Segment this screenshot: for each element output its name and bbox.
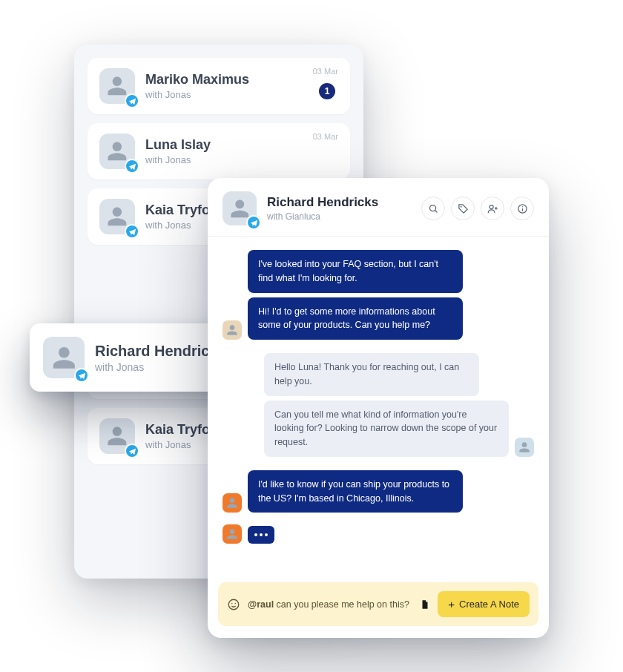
message-avatar (222, 493, 242, 513)
telegram-icon (125, 224, 139, 239)
message-bubble-outgoing: Can you tell me what kind of information… (264, 401, 509, 457)
message-avatar (515, 438, 534, 457)
tag-icon (458, 203, 469, 214)
message-bubble-incoming: I'd like to know if you can ship your pr… (248, 470, 463, 513)
search-button[interactable] (421, 197, 445, 220)
chat-body: I've looked into your FAQ section, but I… (208, 237, 549, 573)
conversation-date: 03 Mar (313, 132, 338, 141)
avatar (99, 134, 135, 169)
chat-actions (421, 197, 534, 220)
message-bubble-incoming: Hi! I'd to get some more informations ab… (248, 297, 463, 340)
info-button[interactable] (510, 197, 534, 220)
message-avatar (222, 524, 242, 544)
conversation-sub: with Jonas (145, 89, 338, 100)
telegram-icon (74, 368, 89, 383)
svg-point-2 (460, 205, 461, 207)
info-icon (517, 203, 528, 214)
telegram-icon (125, 93, 139, 108)
conversation-name: Luna Islay (145, 137, 338, 153)
chat-header: Richard Hendricks with Gianluca (208, 178, 549, 237)
plus-icon: + (448, 599, 455, 610)
avatar (43, 337, 85, 378)
chat-panel: Richard Hendricks with Gianluca I've loo… (208, 178, 549, 638)
message-bubble-outgoing: Hello Luna! Thank you for reaching out, … (264, 353, 479, 396)
search-icon (428, 203, 439, 214)
tag-button[interactable] (451, 197, 475, 220)
svg-point-8 (521, 206, 522, 207)
emoji-icon[interactable] (227, 598, 240, 611)
unread-badge: 1 (319, 83, 335, 99)
avatar (99, 418, 135, 454)
message-row-incoming: I'd like to know if you can ship your pr… (222, 470, 534, 513)
chat-assignee: with Gianluca (267, 211, 411, 222)
svg-point-11 (235, 602, 237, 604)
svg-point-0 (429, 205, 435, 211)
avatar (222, 191, 257, 225)
message-row-outgoing: Hello Luna! Thank you for reaching out, … (222, 353, 534, 457)
svg-line-1 (435, 210, 437, 212)
typing-indicator (248, 526, 274, 544)
add-user-button[interactable] (481, 197, 504, 220)
avatar (99, 68, 135, 104)
conversation-date: 03 Mar (313, 67, 338, 76)
conversation-sub: with Jonas (145, 154, 338, 165)
message-row-typing (222, 524, 534, 544)
conversation-name: Mariko Maximus (145, 72, 338, 88)
user-plus-icon (487, 203, 498, 214)
message-bubble-incoming: I've looked into your FAQ section, but I… (248, 250, 463, 293)
telegram-icon (125, 159, 139, 174)
message-row-incoming: I've looked into your FAQ section, but I… (222, 250, 534, 340)
create-note-button[interactable]: + Create A Note (438, 591, 530, 617)
document-icon[interactable] (420, 599, 430, 610)
avatar (99, 199, 135, 234)
message-avatar (222, 320, 242, 340)
note-composer[interactable]: @raul can you please me help on this? + … (218, 582, 538, 626)
conversation-item[interactable]: Luna Islay with Jonas 03 Mar (88, 123, 350, 179)
note-draft-text[interactable]: @raul can you please me help on this? (248, 599, 412, 610)
conversation-item[interactable]: Mariko Maximus with Jonas 03 Mar 1 (88, 58, 350, 114)
telegram-icon (246, 215, 261, 230)
svg-point-10 (231, 602, 233, 604)
create-note-label: Create A Note (459, 599, 519, 610)
telegram-icon (125, 444, 139, 458)
svg-point-3 (490, 205, 493, 208)
svg-point-9 (228, 599, 239, 610)
chat-contact-name: Richard Hendricks (267, 195, 411, 210)
